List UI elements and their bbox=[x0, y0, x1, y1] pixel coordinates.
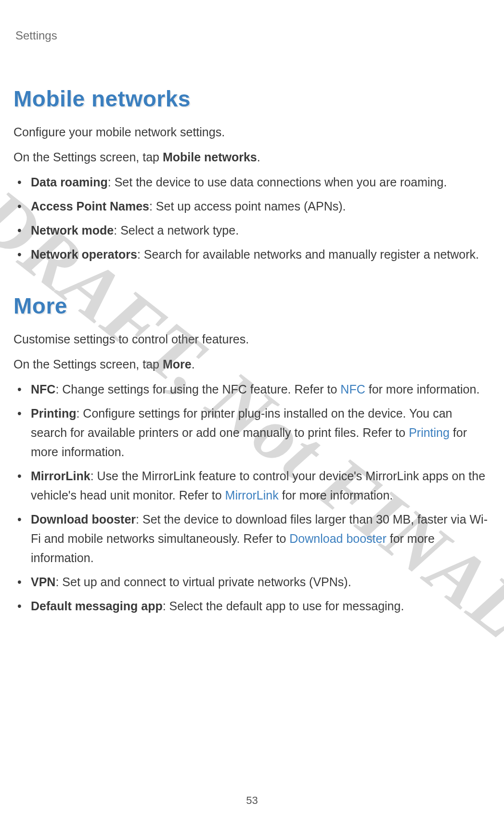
para-run: . bbox=[257, 150, 260, 164]
bullet-bold-run: Data roaming bbox=[31, 175, 108, 189]
bullet-bold-run: MirrorLink bbox=[31, 469, 90, 483]
page-header: Settings bbox=[15, 29, 491, 42]
list-item: Data roaming: Set the device to use data… bbox=[31, 172, 491, 192]
section-title: More bbox=[13, 293, 491, 319]
bullet-run: for more information. bbox=[279, 488, 393, 502]
page-number: 53 bbox=[0, 794, 504, 807]
list-item: Printing: Configure settings for printer… bbox=[31, 404, 491, 461]
list-item: Download booster: Set the device to down… bbox=[31, 510, 491, 567]
paragraph: Configure your mobile network settings. bbox=[13, 122, 491, 142]
bullet-link-run[interactable]: MirrorLink bbox=[225, 488, 279, 502]
bullet-run: : Search for available networks and manu… bbox=[137, 248, 479, 261]
para-bold-run: More bbox=[163, 357, 192, 371]
para-run: On the Settings screen, tap bbox=[13, 357, 163, 371]
bullet-bold-run: NFC bbox=[31, 382, 55, 396]
paragraph: On the Settings screen, tap More. bbox=[13, 355, 491, 374]
bullet-run: : Configure settings for printer plug-in… bbox=[31, 407, 452, 439]
bullet-list: NFC: Change settings for using the NFC f… bbox=[13, 380, 491, 616]
bullet-bold-run: Network mode bbox=[31, 223, 114, 237]
list-item: Access Point Names: Set up access point … bbox=[31, 197, 491, 216]
bullet-run: : Select a network type. bbox=[114, 223, 239, 237]
bullet-bold-run: VPN bbox=[31, 575, 55, 589]
bullet-link-run[interactable]: Download booster bbox=[289, 532, 387, 545]
bullet-list: Data roaming: Set the device to use data… bbox=[13, 172, 491, 264]
para-bold-run: Mobile networks bbox=[163, 150, 257, 164]
paragraph: Customise settings to control other feat… bbox=[13, 329, 491, 349]
list-item: MirrorLink: Use the MirrorLink feature t… bbox=[31, 466, 491, 505]
bullet-run: for more information. bbox=[365, 382, 480, 396]
list-item: Default messaging app: Select the defaul… bbox=[31, 596, 491, 616]
bullet-bold-run: Access Point Names bbox=[31, 199, 149, 213]
bullet-link-run[interactable]: NFC bbox=[340, 382, 365, 396]
document-page: Settings DRAFT, Not FINAL Mobile network… bbox=[0, 0, 504, 828]
bullet-bold-run: Network operators bbox=[31, 248, 137, 261]
paragraph: On the Settings screen, tap Mobile netwo… bbox=[13, 147, 491, 167]
bullet-bold-run: Printing bbox=[31, 407, 76, 420]
para-run: On the Settings screen, tap bbox=[13, 150, 163, 164]
bullet-bold-run: Download booster bbox=[31, 513, 136, 526]
bullet-run: : Change settings for using the NFC feat… bbox=[55, 382, 340, 396]
section-title: Mobile networks bbox=[13, 86, 491, 112]
list-item: Network operators: Search for available … bbox=[31, 245, 491, 264]
bullet-run: : Select the default app to use for mess… bbox=[163, 599, 404, 613]
para-run: Configure your mobile network settings. bbox=[13, 125, 225, 139]
bullet-run: : Set up access point names (APNs). bbox=[149, 199, 346, 213]
list-item: NFC: Change settings for using the NFC f… bbox=[31, 380, 491, 399]
list-item: Network mode: Select a network type. bbox=[31, 221, 491, 240]
page-content: Mobile networksConfigure your mobile net… bbox=[13, 86, 491, 616]
para-run: . bbox=[192, 357, 195, 371]
para-run: Customise settings to control other feat… bbox=[13, 332, 249, 346]
list-item: VPN: Set up and connect to virtual priva… bbox=[31, 572, 491, 591]
bullet-run: : Set up and connect to virtual private … bbox=[55, 575, 351, 589]
bullet-link-run[interactable]: Printing bbox=[409, 426, 450, 439]
bullet-run: : Set the device to use data connections… bbox=[108, 175, 447, 189]
bullet-bold-run: Default messaging app bbox=[31, 599, 163, 613]
